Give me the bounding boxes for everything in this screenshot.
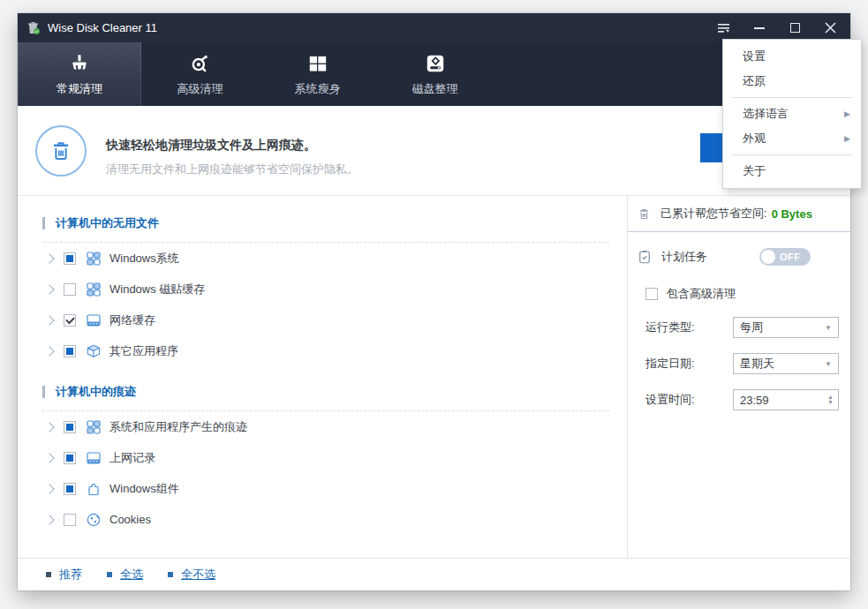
schedule-title: 计划任务 (661, 249, 707, 265)
link-label: 全选 (120, 567, 143, 583)
checkbox[interactable] (64, 483, 76, 495)
section-title: 计算机中的无用文件 (56, 215, 159, 231)
close-button[interactable] (819, 19, 842, 38)
tree-row-other-apps[interactable]: 其它应用程序 (18, 335, 627, 366)
time-field: 设置时间: 23:59 ▲ ▼ (645, 389, 839, 410)
time-spinner[interactable]: 23:59 ▲ ▼ (733, 389, 839, 410)
tab-system-slim[interactable]: 系统瘦身 (259, 42, 376, 106)
checkbox[interactable] (645, 288, 658, 300)
chevron-right-icon[interactable] (44, 453, 54, 462)
tree-row-cookies[interactable]: Cookies (18, 504, 627, 535)
hero-subtitle: 清理无用文件和上网痕迹能够节省空间保护隐私。 (106, 162, 359, 177)
checkbox[interactable] (64, 314, 76, 327)
menu-button[interactable] (713, 19, 736, 38)
select-all-link[interactable]: 全选 (107, 567, 143, 583)
run-type-select[interactable]: 每周 ▼ (733, 317, 839, 338)
cube-icon (86, 343, 102, 359)
close-icon (825, 22, 836, 34)
tree-label: Cookies (109, 513, 151, 526)
tree-row-windows-system[interactable]: Windows系统 (18, 243, 627, 274)
hamburger-menu-icon (717, 21, 731, 35)
main-content: 计算机中的无用文件 Windows系统 (18, 196, 850, 558)
browser-icon (86, 450, 102, 466)
toggle-knob (761, 250, 775, 264)
tab-disk-defrag[interactable]: 磁盘整理 (376, 42, 494, 106)
recommend-link[interactable]: 推荐 (46, 567, 82, 583)
tree-row-browsing-history[interactable]: 上网记录 (18, 442, 627, 473)
submenu-arrow-icon: ▶ (844, 109, 850, 118)
tab-common-clean[interactable]: 常规清理 (18, 42, 141, 106)
spinner-value: 23:59 (740, 394, 769, 407)
schedule-panel: 已累计帮您节省空间: 0 Bytes 计划任务 OFF (627, 196, 850, 558)
chevron-down-icon: ▼ (825, 324, 832, 332)
tree-row-windows-components[interactable]: Windows组件 (18, 473, 627, 504)
section-title: 计算机中的痕迹 (56, 384, 136, 400)
advanced-clean-label: 包含高级清理 (667, 286, 736, 302)
cleanup-tree-panel: 计算机中的无用文件 Windows系统 (18, 196, 627, 558)
windows-grid-icon (86, 419, 102, 435)
minimize-button[interactable] (748, 19, 771, 38)
checkbox[interactable] (64, 252, 76, 265)
checkbox[interactable] (64, 452, 76, 464)
maximize-button[interactable] (783, 19, 806, 38)
minimize-icon (754, 27, 765, 29)
link-label: 全不选 (181, 567, 215, 583)
tree-row-system-app-traces[interactable]: 系统和应用程序产生的痕迹 (18, 411, 627, 442)
checkbox[interactable] (64, 421, 76, 433)
chevron-right-icon[interactable] (44, 284, 54, 294)
schedule-header: 计划任务 OFF (637, 248, 839, 266)
puzzle-icon (86, 481, 102, 497)
app-dropdown-menu: 设置 还原 选择语言 ▶ 外观 ▶ 关于 (722, 39, 862, 189)
select-value: 每周 (740, 320, 763, 335)
checkbox[interactable] (64, 514, 76, 526)
section-marker (42, 386, 45, 398)
link-label: 推荐 (59, 567, 82, 583)
chevron-right-icon[interactable] (44, 484, 54, 493)
hero-title: 快速轻松地清理垃圾文件及上网痕迹。 (106, 138, 316, 154)
menu-divider (732, 97, 852, 98)
menu-item-language[interactable]: 选择语言 ▶ (723, 102, 861, 126)
chevron-right-icon[interactable] (44, 515, 54, 524)
tree-label: 上网记录 (109, 450, 155, 466)
tab-label: 常规清理 (57, 81, 102, 97)
spinner-down-button[interactable]: ▼ (827, 400, 834, 405)
tree-row-windows-tile-cache[interactable]: Windows 磁贴缓存 (18, 274, 627, 304)
select-none-link[interactable]: 全不选 (168, 567, 215, 583)
tab-advanced-clean[interactable]: 高级清理 (141, 42, 259, 106)
day-field: 指定日期: 星期天 ▼ (645, 353, 839, 374)
window-title: Wise Disk Cleaner 11 (48, 21, 157, 34)
tab-label: 系统瘦身 (295, 81, 341, 97)
chevron-right-icon[interactable] (44, 253, 54, 263)
advanced-clean-option[interactable]: 包含高级清理 (645, 286, 839, 302)
menu-item-label: 设置 (743, 49, 766, 64)
app-logo-icon (26, 21, 41, 35)
bullet-icon (168, 572, 173, 577)
menu-item-label: 选择语言 (743, 106, 789, 122)
savings-summary: 已累计帮您节省空间: 0 Bytes (628, 196, 850, 232)
tree-row-network-cache[interactable]: 网络缓存 (18, 304, 627, 335)
select-value: 星期天 (740, 356, 774, 372)
chevron-down-icon: ▼ (825, 360, 832, 368)
tab-label: 高级清理 (177, 81, 223, 97)
menu-item-settings[interactable]: 设置 (723, 44, 861, 69)
chevron-right-icon[interactable] (44, 346, 54, 356)
chevron-right-icon[interactable] (44, 422, 54, 432)
checkbox[interactable] (64, 345, 76, 357)
tree-label: Windows系统 (109, 251, 179, 267)
menu-item-appearance[interactable]: 外观 ▶ (723, 126, 861, 151)
selection-footer: 推荐 全选 全不选 (18, 558, 850, 590)
cookie-icon (86, 512, 102, 528)
windows-grid-icon (86, 251, 102, 267)
app-window: Wise Disk Cleaner 11 (18, 13, 850, 590)
menu-item-restore[interactable]: 还原 (723, 69, 861, 94)
section-marker (42, 217, 45, 229)
menu-divider (732, 154, 852, 155)
menu-item-about[interactable]: 关于 (723, 159, 861, 184)
schedule-toggle[interactable]: OFF (759, 248, 811, 266)
day-select[interactable]: 星期天 ▼ (733, 353, 839, 374)
run-type-label: 运行类型: (645, 320, 695, 335)
scan-icon (189, 52, 212, 75)
toggle-label: OFF (780, 252, 801, 262)
chevron-right-icon[interactable] (44, 315, 54, 325)
checkbox[interactable] (64, 283, 76, 296)
